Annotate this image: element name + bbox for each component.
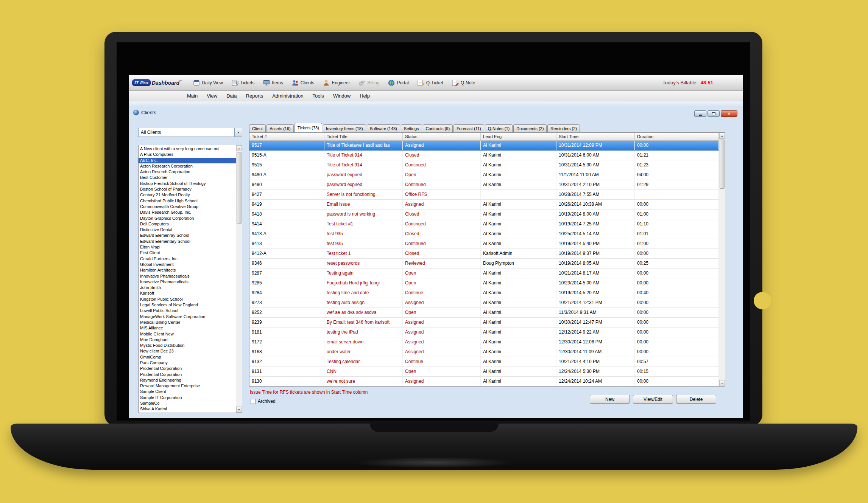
client-list-item[interactable]: Acton Reserch Corporation — [139, 169, 236, 175]
client-list-item[interactable]: Acton Research Corporation — [139, 163, 236, 169]
menu-window[interactable]: Window — [329, 93, 355, 99]
client-list-item[interactable]: New client Dec 23 — [139, 348, 236, 354]
table-row[interactable]: 9517Title of Ticketawe f asdf asd fasAss… — [249, 141, 719, 151]
client-list-item[interactable]: Karisoft — [139, 290, 236, 296]
client-list-item[interactable]: Hamilton Architects — [139, 267, 236, 273]
client-list-item[interactable]: Edward Elemenray School — [139, 233, 236, 238]
client-list-item[interactable]: Mystic Food Distribution — [139, 343, 236, 348]
toolbar-engineer[interactable]: Engineer — [323, 79, 350, 86]
client-list-item[interactable]: John Smith — [139, 285, 236, 290]
minimize-button[interactable] — [694, 110, 706, 117]
toolbar-billing[interactable]: Billing — [358, 79, 379, 86]
toolbar-daily-view[interactable]: Daily View — [193, 79, 223, 86]
close-button[interactable]: × — [721, 110, 737, 117]
tab-documents-2[interactable]: Documents (2) — [513, 124, 547, 132]
column-ticket[interactable]: Ticket # — [249, 133, 324, 140]
table-row[interactable]: 9252wef ae as dva sdv asdvaOpenAl Karimi… — [249, 308, 719, 318]
client-list-item[interactable]: Dell Computers — [139, 221, 236, 227]
scroll-thumb[interactable] — [720, 140, 725, 189]
column-lead-eng[interactable]: Lead Eng — [481, 133, 556, 140]
client-list-item[interactable]: ManageWork Software Corporation — [139, 314, 236, 320]
client-list-item[interactable]: Pars Company — [139, 360, 236, 366]
scroll-thumb[interactable] — [237, 152, 242, 224]
client-list-item[interactable]: A Plus Computers — [139, 152, 236, 157]
table-row[interactable]: 9515-ATitle of Ticket 914ClosedAl Karimi… — [249, 151, 719, 160]
table-row[interactable]: 9130we're not sureAssignedAl Karimi12/24… — [249, 377, 719, 386]
tab-tickets-73[interactable]: Tickets (73) — [295, 123, 322, 132]
table-row[interactable]: 9515Title of Ticket 914ContinuedAl Karim… — [249, 160, 719, 170]
client-list-item[interactable]: Global Investment — [139, 262, 236, 267]
client-list-item[interactable]: A New client with a very long name can n… — [139, 146, 236, 152]
table-row[interactable]: 9413test 935ContinuedAl Karimi10/19/2014… — [249, 239, 719, 249]
client-list-item[interactable]: Boston School of Pharmacy — [139, 186, 236, 192]
client-list-item[interactable]: Moe Damghani — [139, 337, 236, 343]
client-list-item[interactable]: OmniComp — [139, 354, 236, 360]
scroll-down-icon[interactable]: ▼ — [236, 407, 242, 413]
table-row[interactable]: 9287Testing againOpenAl Karimi10/21/2014… — [249, 269, 719, 278]
table-row[interactable]: 9346reset passwordsReviewedDoug Plympton… — [249, 259, 719, 269]
tab-q-notes-1[interactable]: Q-Notes (1) — [485, 124, 513, 132]
table-row[interactable]: 9168under waterAssignedAl Karimi12/30/20… — [249, 347, 719, 357]
client-list-item[interactable]: Prudential Corporation — [139, 372, 236, 377]
table-row[interactable]: 9419Email issueAssignedAl Karimi10/26/20… — [249, 200, 719, 210]
table-row[interactable]: 9273testing auto assignAssignedAl Karimi… — [249, 298, 719, 308]
client-list-item[interactable]: Reward Management Enterprise — [139, 383, 236, 389]
client-list-item[interactable]: Lowell Public School — [139, 308, 236, 314]
table-row[interactable]: 9181testing the iPadAssignedAl Karimi12/… — [249, 328, 719, 337]
client-list-item[interactable]: Century 21 Medford Realty — [139, 192, 236, 198]
column-duration[interactable]: Duration — [635, 133, 719, 140]
client-list-item[interactable]: Best Customer — [139, 175, 236, 180]
client-list-item[interactable]: Shiva A Karimi — [139, 406, 236, 412]
new-button[interactable]: New — [590, 395, 630, 404]
table-row[interactable]: 9172email server downAssignedAl Karimi12… — [249, 337, 719, 347]
scroll-up-icon[interactable]: ▲ — [719, 133, 725, 139]
client-list-item[interactable]: Medical Billing Center — [139, 320, 236, 325]
toolbar-portal[interactable]: Portal — [388, 79, 408, 86]
toolbar-clients[interactable]: Clients — [291, 79, 315, 86]
table-row[interactable]: 9132Testing calendarContinueAl Karimi10/… — [249, 357, 719, 367]
tab-software-148[interactable]: Software (148) — [367, 124, 400, 132]
client-list-item[interactable]: Commonwealth Creative Group — [139, 204, 236, 210]
table-row[interactable]: 9490-Apassword expiredOpenAl Karimi11/1/… — [249, 170, 719, 180]
dropdown-arrow-icon[interactable]: ▼ — [234, 128, 242, 137]
client-list-item[interactable]: ABC, Inc. — [139, 158, 236, 163]
table-row[interactable]: 9239By Email: test 346 from karisoftAssi… — [249, 318, 719, 328]
client-list-item[interactable]: Dayton Graphics Corporation — [139, 216, 236, 221]
table-row[interactable]: 9418password is not workingClosedAl Kari… — [249, 210, 719, 219]
table-row[interactable]: 9413-Atest 935ClosedAl Karimi10/25/2014 … — [249, 229, 719, 239]
delete-button[interactable]: Delete — [676, 395, 716, 404]
client-list-item[interactable]: MIS Alliance — [139, 325, 236, 331]
client-list-item[interactable]: SampleCo — [139, 401, 236, 406]
client-list-item[interactable]: First Client — [139, 250, 236, 256]
table-row[interactable]: 9131CNNOpenAl Karimi12/24/2014 5:30 PM00… — [249, 367, 719, 377]
client-list-item[interactable]: Edward Elementary School — [139, 239, 236, 244]
column-ticket-title[interactable]: Ticket Title — [324, 133, 403, 140]
tab-assets-19[interactable]: Assets (19) — [266, 124, 294, 132]
client-list-item[interactable]: Distinctive Dental — [139, 227, 236, 233]
column-start-time[interactable]: Start Time — [556, 133, 635, 140]
menu-reports[interactable]: Reports — [242, 93, 268, 99]
tab-reminders-2[interactable]: Reminders (2) — [547, 124, 580, 132]
table-row[interactable]: 9285Fuujxchub Hurd jrffgj fungiOpenAl Ka… — [249, 278, 719, 288]
archived-checkbox[interactable] — [251, 399, 256, 404]
table-row[interactable]: 9412-ATest ticket 1ClosedKarisoft Admin1… — [249, 249, 719, 259]
tab-inventory-items-18[interactable]: Inventory Items (18) — [323, 124, 366, 132]
client-list-item[interactable]: Mobile Client New — [139, 331, 236, 337]
scroll-up-icon[interactable]: ▲ — [236, 145, 242, 151]
toolbar-q-ticket[interactable]: Q-Ticket — [417, 79, 443, 86]
client-list-item[interactable]: Sample Client — [139, 389, 236, 394]
column-status[interactable]: Status — [403, 133, 481, 140]
tab-settings[interactable]: Settings — [401, 124, 422, 132]
client-list-item[interactable]: Elton Vrapi — [139, 244, 236, 250]
table-row[interactable]: 9427Server is not functioningOffice RFS1… — [249, 190, 719, 200]
table-scrollbar[interactable]: ▲ ▼ — [719, 133, 725, 386]
client-list-item[interactable]: Davis Research Group, Inc. — [139, 210, 236, 215]
restore-button[interactable] — [707, 110, 720, 117]
client-list-item[interactable]: Bishop Fredrick School of Theology — [139, 181, 236, 186]
table-row[interactable]: 9490password expiredContinuedAl Karimi10… — [249, 180, 719, 190]
client-list-item[interactable]: Legal Services of New England — [139, 302, 236, 308]
client-list-item[interactable]: Prodential Corporation — [139, 366, 236, 371]
menu-administration[interactable]: Administration — [268, 93, 308, 99]
menu-help[interactable]: Help — [355, 93, 374, 99]
client-list-item[interactable]: Raymond Engineering — [139, 377, 236, 383]
